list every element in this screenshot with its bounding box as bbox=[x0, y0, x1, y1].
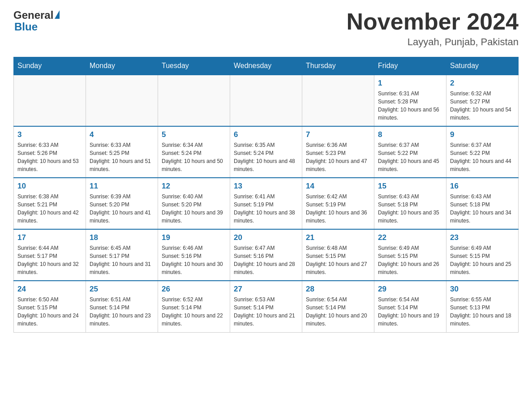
day-header-friday: Friday bbox=[374, 57, 446, 75]
day-info: Sunrise: 6:55 AMSunset: 5:13 PMDaylight:… bbox=[450, 295, 515, 328]
logo-block: General Blue bbox=[13, 9, 60, 33]
calendar-cell: 6Sunrise: 6:35 AMSunset: 5:24 PMDaylight… bbox=[230, 126, 302, 178]
day-number: 6 bbox=[234, 130, 298, 139]
day-number: 13 bbox=[234, 182, 298, 191]
day-info: Sunrise: 6:43 AMSunset: 5:18 PMDaylight:… bbox=[450, 193, 515, 225]
day-header-tuesday: Tuesday bbox=[158, 57, 230, 75]
calendar-cell bbox=[14, 75, 86, 126]
calendar-cell: 10Sunrise: 6:38 AMSunset: 5:21 PMDayligh… bbox=[14, 178, 86, 229]
calendar-cell bbox=[86, 75, 158, 126]
day-info: Sunrise: 6:37 AMSunset: 5:22 PMDaylight:… bbox=[378, 141, 442, 173]
day-info: Sunrise: 6:43 AMSunset: 5:18 PMDaylight:… bbox=[378, 193, 442, 225]
day-info: Sunrise: 6:51 AMSunset: 5:14 PMDaylight:… bbox=[90, 295, 154, 328]
logo-triangle-icon bbox=[55, 10, 60, 19]
calendar-cell: 1Sunrise: 6:31 AMSunset: 5:28 PMDaylight… bbox=[374, 75, 446, 126]
calendar-cell: 14Sunrise: 6:42 AMSunset: 5:19 PMDayligh… bbox=[302, 178, 374, 229]
week-row-2: 3Sunrise: 6:33 AMSunset: 5:26 PMDaylight… bbox=[14, 126, 519, 178]
logo-general-text: General bbox=[13, 9, 53, 21]
day-number: 18 bbox=[90, 233, 154, 242]
week-row-3: 10Sunrise: 6:38 AMSunset: 5:21 PMDayligh… bbox=[14, 178, 519, 229]
calendar-cell: 7Sunrise: 6:36 AMSunset: 5:23 PMDaylight… bbox=[302, 126, 374, 178]
week-row-4: 17Sunrise: 6:44 AMSunset: 5:17 PMDayligh… bbox=[14, 229, 519, 281]
calendar-cell: 29Sunrise: 6:54 AMSunset: 5:14 PMDayligh… bbox=[374, 281, 446, 332]
calendar-cell: 28Sunrise: 6:54 AMSunset: 5:14 PMDayligh… bbox=[302, 281, 374, 332]
day-number: 16 bbox=[450, 182, 515, 191]
day-header-sunday: Sunday bbox=[14, 57, 86, 75]
day-number: 15 bbox=[378, 182, 442, 191]
calendar-cell: 24Sunrise: 6:50 AMSunset: 5:15 PMDayligh… bbox=[14, 281, 86, 332]
day-number: 4 bbox=[90, 130, 154, 139]
day-header-saturday: Saturday bbox=[446, 57, 519, 75]
calendar-cell: 12Sunrise: 6:40 AMSunset: 5:20 PMDayligh… bbox=[158, 178, 230, 229]
calendar-cell: 3Sunrise: 6:33 AMSunset: 5:26 PMDaylight… bbox=[14, 126, 86, 178]
calendar-cell: 8Sunrise: 6:37 AMSunset: 5:22 PMDaylight… bbox=[374, 126, 446, 178]
day-number: 3 bbox=[17, 130, 82, 139]
day-info: Sunrise: 6:35 AMSunset: 5:24 PMDaylight:… bbox=[234, 141, 298, 173]
day-number: 26 bbox=[162, 285, 226, 294]
day-number: 19 bbox=[162, 233, 226, 242]
day-info: Sunrise: 6:49 AMSunset: 5:15 PMDaylight:… bbox=[450, 244, 515, 276]
day-info: Sunrise: 6:33 AMSunset: 5:26 PMDaylight:… bbox=[17, 141, 82, 173]
calendar-cell: 30Sunrise: 6:55 AMSunset: 5:13 PMDayligh… bbox=[446, 281, 519, 332]
day-number: 21 bbox=[306, 233, 370, 242]
day-info: Sunrise: 6:52 AMSunset: 5:14 PMDaylight:… bbox=[162, 295, 226, 328]
day-number: 30 bbox=[450, 285, 515, 294]
day-number: 28 bbox=[306, 285, 370, 294]
day-number: 17 bbox=[17, 233, 82, 242]
calendar-cell: 26Sunrise: 6:52 AMSunset: 5:14 PMDayligh… bbox=[158, 281, 230, 332]
calendar-cell: 15Sunrise: 6:43 AMSunset: 5:18 PMDayligh… bbox=[374, 178, 446, 229]
day-number: 27 bbox=[234, 285, 298, 294]
month-title: November 2024 bbox=[347, 9, 519, 34]
calendar-cell bbox=[230, 75, 302, 126]
day-info: Sunrise: 6:32 AMSunset: 5:27 PMDaylight:… bbox=[450, 90, 515, 122]
calendar-table: SundayMondayTuesdayWednesdayThursdayFrid… bbox=[13, 57, 519, 333]
day-number: 14 bbox=[306, 182, 370, 191]
week-row-1: 1Sunrise: 6:31 AMSunset: 5:28 PMDaylight… bbox=[14, 75, 519, 126]
week-row-5: 24Sunrise: 6:50 AMSunset: 5:15 PMDayligh… bbox=[14, 281, 519, 332]
day-info: Sunrise: 6:37 AMSunset: 5:22 PMDaylight:… bbox=[450, 141, 515, 173]
day-info: Sunrise: 6:34 AMSunset: 5:24 PMDaylight:… bbox=[162, 141, 226, 173]
day-number: 8 bbox=[378, 130, 442, 139]
calendar-cell: 17Sunrise: 6:44 AMSunset: 5:17 PMDayligh… bbox=[14, 229, 86, 281]
logo-blue-text: Blue bbox=[14, 21, 60, 33]
day-info: Sunrise: 6:40 AMSunset: 5:20 PMDaylight:… bbox=[162, 193, 226, 225]
day-info: Sunrise: 6:31 AMSunset: 5:28 PMDaylight:… bbox=[378, 90, 442, 122]
calendar-cell: 27Sunrise: 6:53 AMSunset: 5:14 PMDayligh… bbox=[230, 281, 302, 332]
day-number: 29 bbox=[378, 285, 442, 294]
day-info: Sunrise: 6:42 AMSunset: 5:19 PMDaylight:… bbox=[306, 193, 370, 225]
day-info: Sunrise: 6:46 AMSunset: 5:16 PMDaylight:… bbox=[162, 244, 226, 276]
day-info: Sunrise: 6:53 AMSunset: 5:14 PMDaylight:… bbox=[234, 295, 298, 328]
day-number: 22 bbox=[378, 233, 442, 242]
calendar-cell: 21Sunrise: 6:48 AMSunset: 5:15 PMDayligh… bbox=[302, 229, 374, 281]
calendar-cell: 18Sunrise: 6:45 AMSunset: 5:17 PMDayligh… bbox=[86, 229, 158, 281]
calendar-cell: 16Sunrise: 6:43 AMSunset: 5:18 PMDayligh… bbox=[446, 178, 519, 229]
day-number: 10 bbox=[17, 182, 82, 191]
day-number: 5 bbox=[162, 130, 226, 139]
day-number: 11 bbox=[90, 182, 154, 191]
calendar-cell: 22Sunrise: 6:49 AMSunset: 5:15 PMDayligh… bbox=[374, 229, 446, 281]
calendar-cell: 20Sunrise: 6:47 AMSunset: 5:16 PMDayligh… bbox=[230, 229, 302, 281]
day-number: 2 bbox=[450, 79, 515, 88]
title-section: November 2024 Layyah, Punjab, Pakistan bbox=[347, 9, 519, 48]
calendar-cell: 2Sunrise: 6:32 AMSunset: 5:27 PMDaylight… bbox=[446, 75, 519, 126]
calendar-cell: 9Sunrise: 6:37 AMSunset: 5:22 PMDaylight… bbox=[446, 126, 519, 178]
day-info: Sunrise: 6:38 AMSunset: 5:21 PMDaylight:… bbox=[17, 193, 82, 225]
day-info: Sunrise: 6:49 AMSunset: 5:15 PMDaylight:… bbox=[378, 244, 442, 276]
day-info: Sunrise: 6:47 AMSunset: 5:16 PMDaylight:… bbox=[234, 244, 298, 276]
day-number: 9 bbox=[450, 130, 515, 139]
day-number: 20 bbox=[234, 233, 298, 242]
day-info: Sunrise: 6:54 AMSunset: 5:14 PMDaylight:… bbox=[378, 295, 442, 328]
day-info: Sunrise: 6:39 AMSunset: 5:20 PMDaylight:… bbox=[90, 193, 154, 225]
page-header: General Blue November 2024 Layyah, Punja… bbox=[13, 9, 519, 48]
day-info: Sunrise: 6:36 AMSunset: 5:23 PMDaylight:… bbox=[306, 141, 370, 173]
calendar-cell: 4Sunrise: 6:33 AMSunset: 5:25 PMDaylight… bbox=[86, 126, 158, 178]
day-info: Sunrise: 6:48 AMSunset: 5:15 PMDaylight:… bbox=[306, 244, 370, 276]
day-number: 7 bbox=[306, 130, 370, 139]
day-number: 1 bbox=[378, 79, 442, 88]
day-info: Sunrise: 6:54 AMSunset: 5:14 PMDaylight:… bbox=[306, 295, 370, 328]
day-number: 24 bbox=[17, 285, 82, 294]
calendar-cell: 11Sunrise: 6:39 AMSunset: 5:20 PMDayligh… bbox=[86, 178, 158, 229]
day-header-wednesday: Wednesday bbox=[230, 57, 302, 75]
day-header-monday: Monday bbox=[86, 57, 158, 75]
calendar-cell: 19Sunrise: 6:46 AMSunset: 5:16 PMDayligh… bbox=[158, 229, 230, 281]
